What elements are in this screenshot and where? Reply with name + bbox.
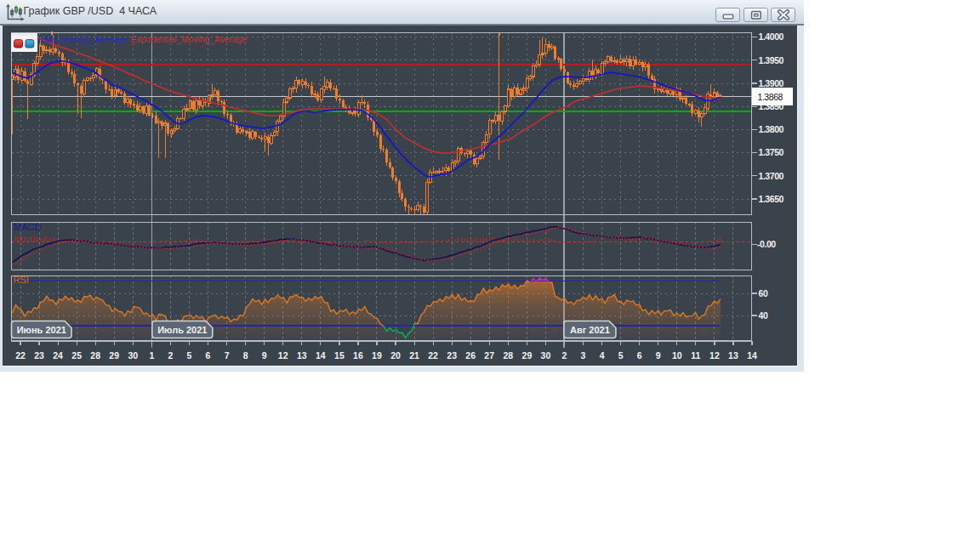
svg-text:40: 40 bbox=[759, 310, 768, 321]
svg-text:19: 19 bbox=[372, 350, 382, 361]
svg-text:2: 2 bbox=[168, 350, 173, 361]
svg-text:12: 12 bbox=[709, 350, 720, 361]
svg-text:Июнь 2021: Июнь 2021 bbox=[17, 325, 66, 335]
svg-text:9: 9 bbox=[656, 350, 661, 361]
svg-text:24: 24 bbox=[53, 350, 63, 361]
svg-text:15: 15 bbox=[334, 350, 345, 361]
svg-text:29: 29 bbox=[109, 350, 119, 361]
svg-text:27: 27 bbox=[484, 350, 494, 361]
svg-text:1.3800: 1.3800 bbox=[759, 124, 784, 134]
svg-text:23: 23 bbox=[34, 350, 44, 361]
svg-text:5: 5 bbox=[618, 350, 624, 361]
svg-text:22: 22 bbox=[428, 350, 438, 361]
svg-text:1.3900: 1.3900 bbox=[759, 78, 784, 88]
svg-text:13: 13 bbox=[297, 350, 307, 361]
svg-text:RSI: RSI bbox=[14, 275, 29, 285]
svg-text:Авг 2021: Авг 2021 bbox=[570, 325, 610, 335]
svg-text:25: 25 bbox=[71, 350, 82, 361]
svg-text:26: 26 bbox=[465, 350, 476, 361]
svg-text:20: 20 bbox=[390, 350, 401, 361]
svg-text:30: 30 bbox=[541, 350, 551, 361]
svg-text:5: 5 bbox=[187, 350, 192, 361]
svg-text:6: 6 bbox=[637, 350, 642, 361]
svg-text:Exponential_Moving_Average: Exponential_Moving_Average bbox=[131, 34, 248, 44]
svg-text:12: 12 bbox=[278, 350, 288, 361]
svg-text:1.3650: 1.3650 bbox=[759, 194, 784, 204]
svg-text:14: 14 bbox=[316, 350, 326, 361]
svg-text:-0.00: -0.00 bbox=[757, 239, 776, 249]
svg-text:1.3950: 1.3950 bbox=[759, 55, 784, 65]
svg-text:10: 10 bbox=[672, 350, 682, 361]
svg-text:28: 28 bbox=[90, 350, 100, 361]
svg-text:11: 11 bbox=[691, 350, 700, 361]
svg-text:4: 4 bbox=[600, 350, 605, 361]
svg-text:13: 13 bbox=[728, 350, 738, 361]
svg-text:23: 23 bbox=[447, 350, 457, 361]
svg-text:7: 7 bbox=[225, 350, 230, 361]
svg-text:9: 9 bbox=[262, 350, 267, 361]
svg-text:1.3700: 1.3700 bbox=[759, 171, 784, 181]
svg-text:22: 22 bbox=[15, 350, 26, 361]
svg-text:MACD: MACD bbox=[14, 222, 41, 232]
svg-text:29: 29 bbox=[522, 350, 533, 361]
svg-text:2: 2 bbox=[562, 350, 567, 361]
svg-text:21: 21 bbox=[409, 350, 419, 361]
svg-text:8: 8 bbox=[243, 350, 248, 361]
svg-text:1.3750: 1.3750 bbox=[759, 147, 784, 157]
svg-text:1.4000: 1.4000 bbox=[759, 31, 784, 42]
svg-text:3: 3 bbox=[581, 350, 586, 361]
svg-text:6: 6 bbox=[206, 350, 211, 361]
svg-text:1.3868: 1.3868 bbox=[758, 92, 783, 102]
svg-text:Июль 2021: Июль 2021 bbox=[157, 325, 207, 335]
svg-text:28: 28 bbox=[503, 350, 513, 361]
svg-text:60: 60 bbox=[759, 288, 768, 298]
svg-text:30: 30 bbox=[128, 350, 138, 361]
svg-text:16: 16 bbox=[353, 350, 363, 361]
svg-text:14: 14 bbox=[747, 350, 757, 361]
svg-text:1: 1 bbox=[149, 350, 154, 361]
